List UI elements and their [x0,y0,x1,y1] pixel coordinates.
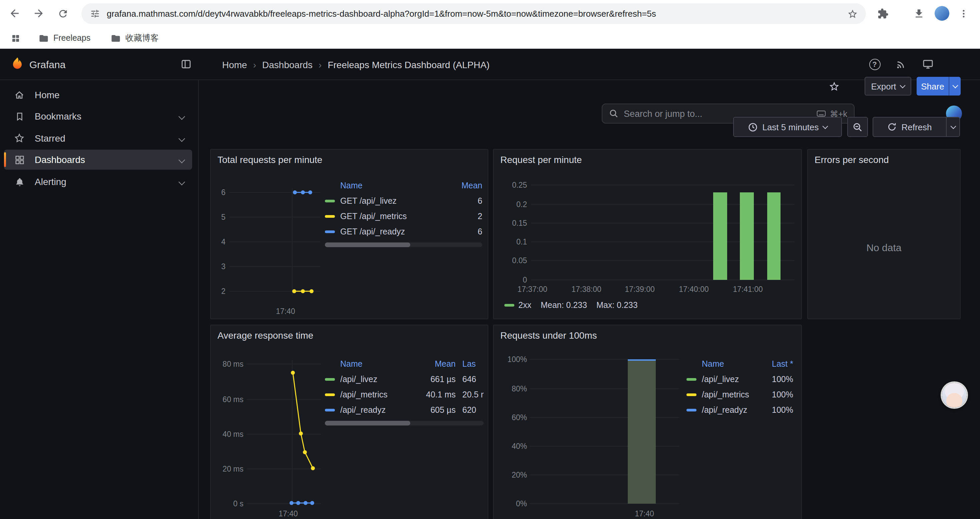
extensions-icon[interactable] [873,3,892,23]
y-tick: 0.1 [495,238,527,246]
favorite-star-button[interactable] [824,77,843,96]
y-tick: 60 ms [212,395,243,404]
news-rss-icon[interactable] [891,54,911,74]
star-icon [10,133,29,144]
y-tick: 4 [212,238,226,246]
grafana-logo[interactable] [10,57,25,74]
y-tick: 6 [212,188,226,196]
bookmark-folder-blogs[interactable]: 收藏博客 [105,29,164,47]
legend-row: /api/_metrics 100% [686,387,793,402]
series-mean: 40.1 ms [414,390,456,399]
export-label: Export [871,81,896,91]
export-button[interactable]: Export [865,77,911,96]
bell-icon [10,177,29,187]
series-mean: 605 µs [414,405,456,414]
series-last: 100% [756,405,793,414]
chevron-down-icon[interactable] [178,179,185,185]
chevron-down-icon[interactable] [178,156,185,163]
time-range-picker[interactable]: Last 5 minutes [733,117,842,137]
scrollbar-thumb[interactable] [325,421,410,425]
series-toggle[interactable]: /api/_readyz [686,405,756,414]
scrollbar-thumb[interactable] [325,243,410,247]
legend-scrollbar[interactable] [325,421,484,425]
sidebar-item-dashboards[interactable]: Dashboards [4,150,192,170]
sidebar-item-starred[interactable]: Starred [4,128,192,148]
x-tick: 17:39:00 [619,285,661,293]
series-swatch-green [325,200,335,202]
folder-icon [39,33,49,43]
legend-row: /api/_readyz 100% [686,402,793,417]
help-icon[interactable]: ? [865,54,885,74]
panel-total-requests: Total requests per minute 6 5 4 3 2 17:4… [210,149,488,319]
sidebar-item-bookmarks[interactable]: Bookmarks [4,106,192,126]
forward-button[interactable] [29,3,49,23]
legend-scrollbar[interactable] [325,243,482,247]
breadcrumb-dashboards[interactable]: Dashboards [262,59,313,70]
dashboards-grid-icon [10,155,29,164]
series-swatch-green [504,304,514,307]
bookmarks-bar: Freeleaps 收藏博客 [0,27,980,49]
share-menu-chevron[interactable] [949,85,961,87]
legend-inline: 2xx Mean: 0.233 Max: 0.233 [504,300,638,310]
legend-header-name[interactable]: Name [325,181,449,190]
x-tick: 17:38:00 [565,285,608,293]
apps-grid-icon[interactable] [5,29,26,47]
refresh-interval-chevron[interactable] [947,126,959,128]
series-toggle[interactable]: 2xx [519,300,531,310]
legend-header-mean[interactable]: Mean [414,359,456,368]
downloads-icon[interactable] [908,3,929,23]
address-bar[interactable]: grafana.mathmast.com/d/deytv4rwavabkb/fr… [81,3,866,24]
reload-button[interactable] [53,3,73,23]
series-toggle[interactable]: /api/_readyz [325,405,414,414]
series-mean: 6 [449,227,482,236]
browser-menu-icon[interactable] [953,3,973,23]
assistant-avatar-overlay[interactable] [942,383,967,407]
bookmark-star-icon[interactable] [847,8,858,19]
bookmark-folder-freeleaps[interactable]: Freeleaps [33,29,96,47]
sidebar-item-home[interactable]: Home [4,85,192,105]
url-text: grafana.mathmast.com/d/deytv4rwavabkb/fr… [107,9,839,19]
y-tick: 0% [495,500,527,508]
chevron-down-icon[interactable] [178,113,185,120]
folder-icon [111,33,121,43]
legend-header-last[interactable]: Las [456,359,484,368]
x-tick: 17:41:00 [727,285,769,293]
series-toggle[interactable]: /api/_livez [686,374,756,384]
series-toggle[interactable]: /api/_metrics [325,390,414,399]
series-toggle[interactable]: /api/_livez [325,374,414,384]
chevron-down-icon[interactable] [178,135,185,142]
legend-header-last[interactable]: Last * [756,359,793,368]
back-button[interactable] [5,3,25,23]
panel-title[interactable]: Errors per second [815,154,889,165]
x-tick: 17:40 [624,509,665,517]
series-toggle[interactable]: /api/_metrics [686,390,756,399]
y-tick: 40% [495,442,527,450]
series-swatch-blue [325,409,335,411]
chevron-down-icon [900,83,905,88]
series-last: 100% [756,374,793,384]
time-range-label: Last 5 minutes [762,122,819,132]
home-icon [10,89,29,100]
series-toggle[interactable]: GET /api/_livez [325,196,449,205]
legend-header-name[interactable]: Name [686,359,756,368]
zoom-out-button[interactable] [847,117,868,137]
legend-row: /api/_readyz 605 µs 620 [325,402,484,417]
breadcrumb-home[interactable]: Home [222,59,247,70]
legend-row: /api/_livez 100% [686,371,793,387]
site-settings-icon[interactable] [90,9,100,19]
sidebar-item-alerting[interactable]: Alerting [4,172,192,192]
legend-header-name[interactable]: Name [325,359,414,368]
legend-header-mean[interactable]: Mean [449,181,482,190]
nav-sidebar: Home Bookmarks Starred Dashboards Alerti… [0,80,199,519]
series-toggle[interactable]: GET /api/_metrics [325,211,449,221]
series-max: Max: 0.233 [597,300,638,310]
browser-profile-avatar[interactable] [932,3,952,23]
refresh-button[interactable]: Refresh [873,117,960,137]
share-button[interactable]: Share [916,77,961,96]
search-icon [609,109,619,118]
series-last: 20.5 m [456,390,484,399]
dock-menu-icon[interactable] [176,54,196,74]
legend-row: GET /api/_metrics 2 [325,208,482,224]
series-toggle[interactable]: GET /api/_readyz [325,227,449,236]
display-kiosk-icon[interactable] [918,54,938,74]
